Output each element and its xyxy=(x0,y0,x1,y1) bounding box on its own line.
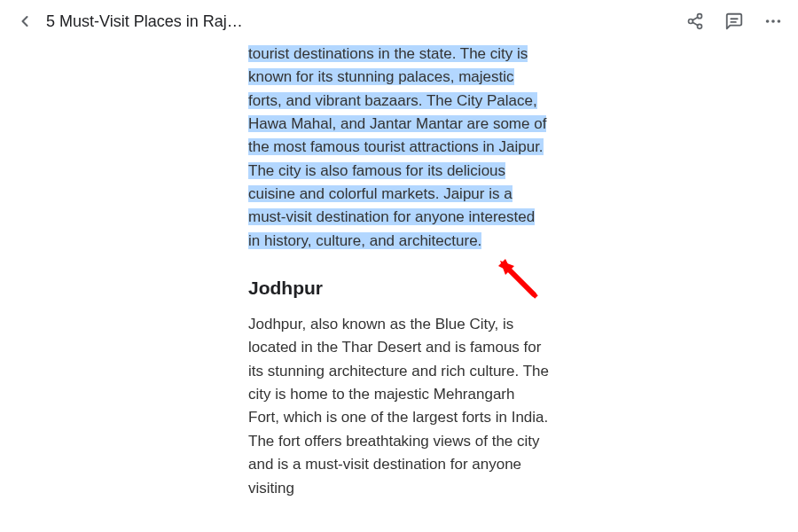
highlighted-text[interactable]: tourist destinations in the state. The c… xyxy=(248,45,546,249)
svg-line-3 xyxy=(692,22,698,25)
jodhpur-heading: Jodhpur xyxy=(248,278,550,299)
header-actions xyxy=(685,11,784,32)
svg-point-7 xyxy=(766,20,770,23)
header-bar: 5 Must-Visit Places in Raj… xyxy=(0,0,798,43)
back-icon[interactable] xyxy=(14,11,35,32)
content-area: tourist destinations in the state. The c… xyxy=(0,43,798,500)
comment-icon[interactable] xyxy=(724,11,745,32)
svg-point-9 xyxy=(778,20,781,23)
svg-point-8 xyxy=(771,20,775,23)
jaipur-paragraph[interactable]: tourist destinations in the state. The c… xyxy=(248,43,550,253)
page-title: 5 Must-Visit Places in Raj… xyxy=(46,12,674,31)
share-icon[interactable] xyxy=(685,11,706,32)
more-icon[interactable] xyxy=(763,11,784,32)
jodhpur-paragraph[interactable]: Jodhpur, also known as the Blue City, is… xyxy=(248,313,550,500)
svg-line-4 xyxy=(692,17,698,20)
